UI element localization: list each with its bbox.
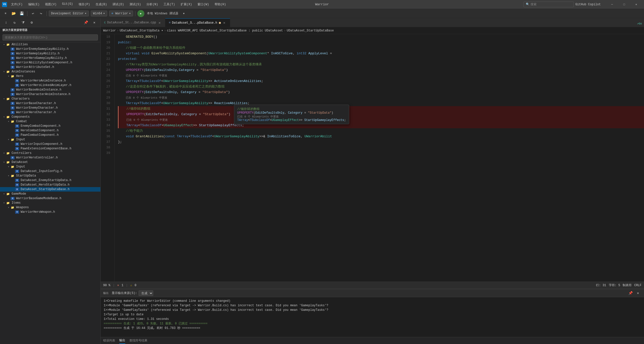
project-dropdown[interactable]: ⊕ Warrior ▾ xyxy=(109,11,133,16)
tree-item-WarriorAttributeSet-h[interactable]: HWarriorAttributeSet.h xyxy=(0,65,100,69)
github-copilot-label[interactable]: GitHub Copilot xyxy=(575,3,601,6)
code-line: //储存GE的数组 xyxy=(118,106,644,112)
tree-item-HeroCombatComponent-h[interactable]: HHeroCombatComponent.h xyxy=(0,128,100,133)
tree-item-Controllers[interactable]: ▾📁Controllers xyxy=(0,151,100,155)
tree-item-WarriorGameplayAbility-h[interactable]: HWarriorGameplayAbility.h xyxy=(0,51,100,56)
tree-item-WarriorCharacterAnimInstance-h[interactable]: HWarriorCharacterAnimInstance.h xyxy=(0,92,100,97)
tab-cpp-close[interactable]: ✕ xyxy=(157,21,162,25)
tree-item-Hero[interactable]: ▾📁Hero xyxy=(0,74,100,78)
tree-item-DataAsset-EnemyStartUpData-h[interactable]: HDataAsset_EnemyStartUpData.h xyxy=(0,178,100,183)
sidebar-pin-btn[interactable]: 📌 xyxy=(82,19,89,26)
tree-item-Input[interactable]: ▾📁Input xyxy=(0,137,100,142)
tree-item-Input2[interactable]: ▾📁Input xyxy=(0,164,100,169)
menu-item-p[interactable]: 项目(P) xyxy=(76,1,93,8)
output-close-btn[interactable]: ✕ xyxy=(634,290,641,297)
menu-item-f[interactable]: 文件(F) xyxy=(9,1,25,8)
folder-icon: 📁 xyxy=(6,70,10,73)
toolbar-save-btn[interactable]: 💾 xyxy=(18,10,25,17)
tree-item-PawnExtensionComponentBase-h[interactable]: HPawnExtensionComponentBase.h xyxy=(0,146,100,151)
bc-sep2: › xyxy=(164,29,166,32)
toolbar-new-btn[interactable]: ☀ xyxy=(2,10,9,17)
tree-item-Combat[interactable]: ▾📁Combat xyxy=(0,119,100,124)
menu-item-n[interactable]: 分析(N) xyxy=(144,1,160,8)
tree-item-WarriorHeroWeapon-h[interactable]: HWarriorHeroWeapon.h xyxy=(0,210,100,214)
tree-item-WarriorHeroCharacter-h[interactable]: HWarriorHeroCharacter.h xyxy=(0,110,100,115)
sidebar-search-input[interactable] xyxy=(3,34,98,40)
output-source-select[interactable]: 生成 xyxy=(139,290,153,296)
output-pin-btn[interactable]: 📌 xyxy=(627,290,634,297)
menu-item-s[interactable]: 测试(S) xyxy=(127,1,144,8)
toolbar-redo-btn[interactable]: ↪ xyxy=(37,10,45,17)
title-search-bar[interactable]: 🔍 搜索 xyxy=(524,2,574,7)
bc-base[interactable]: UDataAsset_StartUpDataBase xyxy=(287,29,334,32)
zoom-level[interactable]: 90 % xyxy=(103,284,110,287)
run-dropdown-btn[interactable]: ▾ xyxy=(180,10,187,17)
tree-item-Characters[interactable]: ▾📁Characters xyxy=(0,97,100,101)
tree-item-Components[interactable]: ▾📁Components xyxy=(0,115,100,119)
tree-item-StartUpData[interactable]: ▾📁StartUpData xyxy=(0,174,100,178)
line-info[interactable]: 行: 31 xyxy=(596,283,606,287)
tree-item-WarriorInputComponent-h[interactable]: HWarriorInputComponent.h xyxy=(0,142,100,146)
toolbar-open-btn[interactable]: 📂 xyxy=(10,10,17,17)
tree-item-GameMode[interactable]: ▾📁GameMode xyxy=(0,192,100,196)
menu-item-v[interactable]: 视图(V) xyxy=(43,1,59,8)
tree-item-DataAsset-HeroStartUpData-h[interactable]: HDataAsset_HeroStartUpData.h xyxy=(0,183,100,187)
toolbar-undo-btn[interactable]: ↩ xyxy=(29,10,36,17)
tree-item-WarriorHeroLinkedAnimLayer-h[interactable]: HWarriorHeroLinkedAnimLayer.h xyxy=(0,83,100,88)
bc-class[interactable]: UDataAsset_StartUpData ▾ xyxy=(120,29,163,32)
tab-h[interactable]: H DataAsset_S...pDataBase.h ✕ xyxy=(165,18,230,27)
menu-item-d[interactable]: 调试(D) xyxy=(110,1,127,8)
sidebar-sync-btn[interactable]: ↕ xyxy=(3,19,10,26)
close-button[interactable]: ✕ xyxy=(630,0,642,9)
menu-item-t[interactable]: 工具(T) xyxy=(161,1,178,8)
tree-item-WarriorBaseAnimInstance-h[interactable]: HWarriorBaseAnimInstance.h xyxy=(0,88,100,92)
bc-warrior[interactable]: Warrior xyxy=(103,29,116,32)
tree-item-abilities[interactable]: ▾📁Abilities xyxy=(0,42,100,47)
encoding-info[interactable]: 制表符 xyxy=(623,283,632,287)
col-info[interactable]: 字符: 5 xyxy=(609,283,620,287)
tree-item-AnimInstances[interactable]: ▾📁AnimInstances xyxy=(0,69,100,74)
minimize-button[interactable]: ─ xyxy=(606,0,618,9)
tree-item-DataAsset[interactable]: ▾📁DataAsset xyxy=(0,160,100,164)
tree-item-Items[interactable]: ▾📁Items xyxy=(0,201,100,205)
platform-dropdown[interactable]: Win64 ▾ xyxy=(91,11,107,16)
tree-item-WarriorBaseGameModeBase-h[interactable]: HWarriorBaseGameModeBase.h xyxy=(0,196,100,201)
main-layout: ↕ ↻ ⧩ ⚙ 📌 ✕ 解决方案资源管理器 ▾📁AbilitiesHWarrio… xyxy=(0,18,644,344)
menu-item-h[interactable]: 帮助(H) xyxy=(212,1,229,8)
sidebar-filter-btn[interactable]: ⧩ xyxy=(20,19,27,26)
menu-item-b[interactable]: 生成(B) xyxy=(93,1,110,8)
sidebar-settings-btn[interactable]: ⚙ xyxy=(28,19,35,26)
bc-full-class[interactable]: class WARRIOR_API UDataAsset_StartUpData… xyxy=(167,29,283,32)
maximize-button[interactable]: □ xyxy=(618,0,630,9)
tree-item-PawnCombatComponent-h[interactable]: HPawnCombatComponent.h xyxy=(0,133,100,137)
tree-item-WarriorHeroController-h[interactable]: HWarriorHeroController.h xyxy=(0,155,100,160)
tree-item-WarriorHeroGameplayAbility-h[interactable]: HWarriorHeroGameplayAbility.h xyxy=(0,56,100,60)
tree-label: DataAsset_InputConfig.h xyxy=(21,169,62,173)
menu-item-x[interactable]: 扩展(X) xyxy=(178,1,195,8)
mode-dropdown[interactable]: Development Editor ▾ xyxy=(49,11,89,16)
sidebar-refresh-btn[interactable]: ↻ xyxy=(11,19,18,26)
code-content[interactable]: GENERATED_BODY()public: //创建一个虚函数用来给予能力系… xyxy=(114,34,644,282)
tree-item-WarriorAbilitySystemComponent-h[interactable]: HWarriorAbilitySystemComponent.h xyxy=(0,60,100,65)
menu-item-gitg[interactable]: Git(G) xyxy=(60,1,75,8)
run-button[interactable]: ▶ xyxy=(137,10,144,17)
go-live-btn[interactable]: ↗Go xyxy=(636,20,643,27)
tree-item-EnemyCombatComponent-h[interactable]: HEnemyCombatComponent.h xyxy=(0,124,100,128)
menu-item-e[interactable]: 编辑(E) xyxy=(26,1,42,8)
tab-output[interactable]: 输出 xyxy=(119,337,125,344)
tree-item-Weapons[interactable]: ▾📁Weapons xyxy=(0,205,100,210)
tree-item-WarriorHeroAnimInstance-h[interactable]: HWarriorHeroAnimInstance.h xyxy=(0,78,100,83)
tree-item-WarriorEnemyCharacter-h[interactable]: HWarriorEnemyCharacter.h xyxy=(0,106,100,110)
menu-item-w[interactable]: 窗口(W) xyxy=(195,1,212,8)
sidebar-close-btn[interactable]: ✕ xyxy=(91,19,98,26)
tab-h-close[interactable]: ✕ xyxy=(222,21,226,25)
tree-item-WarriorEnemyGameplayAbility-h[interactable]: HWarriorEnemyGameplayAbility.h xyxy=(0,47,100,51)
tab-find-symbol[interactable]: 查找符号结果 xyxy=(129,337,147,344)
tree-item-DataAsset-StartUpDataBase-h[interactable]: HDataAsset_StartUpDataBase.h xyxy=(0,187,100,192)
tree-item-DataAsset-InputConfig-h[interactable]: HDataAsset_InputConfig.h xyxy=(0,169,100,174)
tab-error-list[interactable]: 错误列表 xyxy=(103,337,115,344)
folder-icon: 📁 xyxy=(6,201,10,205)
tab-cpp[interactable]: C DataAsset_St...DataBase.cpp ✕ xyxy=(101,18,165,27)
tree-item-WarriorBaseCharacter-h[interactable]: HWarriorBaseCharacter.h xyxy=(0,101,100,106)
line-ending-info[interactable]: CRLF xyxy=(634,284,641,287)
